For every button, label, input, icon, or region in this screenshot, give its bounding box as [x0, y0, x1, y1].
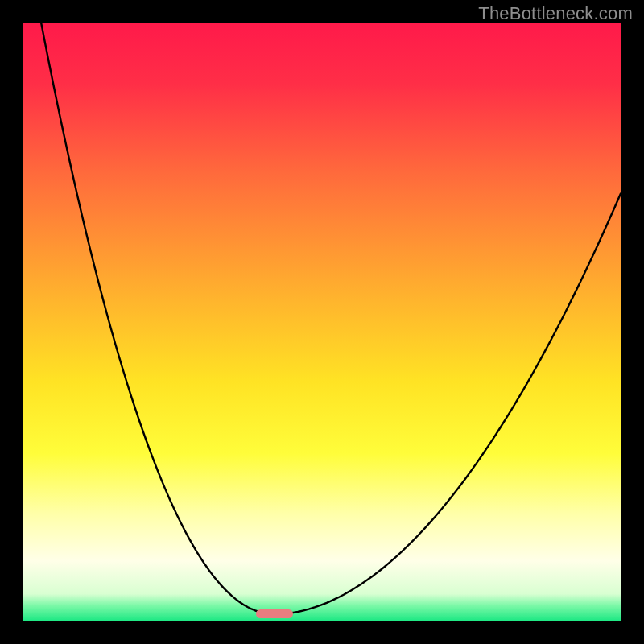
- bottleneck-curve: [23, 23, 621, 621]
- watermark-text: TheBottleneck.com: [478, 3, 633, 24]
- plot-area: [23, 23, 621, 621]
- optimal-marker: [256, 609, 293, 618]
- chart-stage: TheBottleneck.com: [0, 0, 644, 644]
